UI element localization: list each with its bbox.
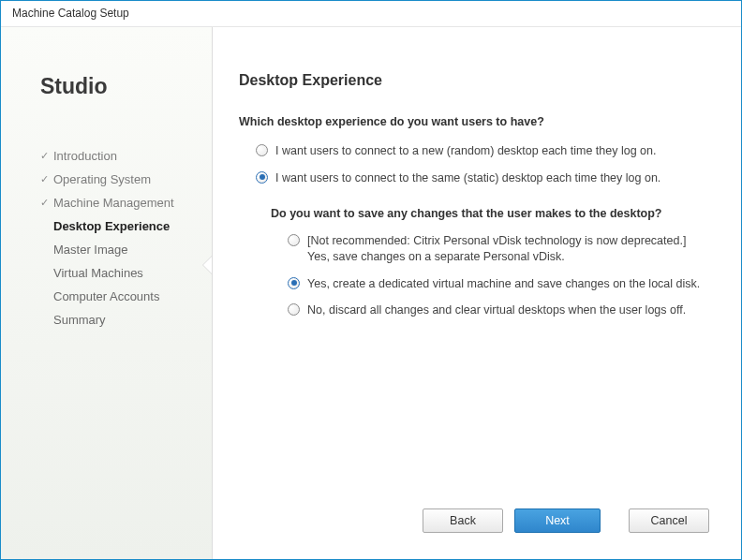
next-button[interactable]: Next: [514, 508, 601, 533]
step-operating-system[interactable]: ✓ Operating System: [40, 168, 212, 191]
step-master-image[interactable]: Master Image: [40, 238, 212, 261]
step-summary[interactable]: Summary: [40, 308, 212, 332]
wizard-window: Machine Catalog Setup Studio ✓ Introduct…: [0, 0, 742, 560]
radio-random-desktop[interactable]: I want users to connect to a new (random…: [239, 140, 709, 167]
step-label: Computer Accounts: [53, 289, 159, 303]
step-machine-management[interactable]: ✓ Machine Management: [40, 191, 212, 214]
step-virtual-machines[interactable]: Virtual Machines: [40, 261, 212, 285]
radio-icon: [256, 144, 268, 156]
page-heading: Desktop Experience: [239, 72, 709, 89]
step-label: Operating System: [53, 172, 151, 186]
step-desktop-experience[interactable]: Desktop Experience: [40, 214, 212, 238]
window-body: Studio ✓ Introduction ✓ Operating System…: [1, 27, 741, 559]
question-save-changes: Do you want to save any changes that the…: [271, 207, 709, 220]
step-label: Introduction: [53, 149, 117, 163]
step-label: Virtual Machines: [53, 266, 143, 280]
question-experience: Which desktop experience do you want use…: [239, 115, 709, 128]
radio-icon: [288, 303, 300, 316]
check-icon: ✓: [40, 173, 53, 185]
sidebar: Studio ✓ Introduction ✓ Operating System…: [1, 27, 212, 559]
check-icon: ✓: [40, 150, 53, 162]
content-panel: Desktop Experience Which desktop experie…: [212, 27, 741, 559]
radio-icon: [288, 277, 300, 289]
wizard-footer: Back Next Cancel: [239, 508, 709, 540]
radio-static-desktop[interactable]: I want users to connect to the same (sta…: [239, 167, 709, 194]
step-introduction[interactable]: ✓ Introduction: [40, 144, 212, 168]
radio-label: [Not recommended: Citrix Personal vDisk …: [307, 233, 701, 265]
radio-personal-vdisk[interactable]: [Not recommended: Citrix Personal vDisk …: [239, 229, 709, 273]
radio-discard-changes[interactable]: No, discard all changes and clear virtua…: [239, 299, 709, 326]
radio-icon: [288, 234, 300, 246]
step-label: Machine Management: [53, 196, 174, 210]
step-label: Summary: [53, 313, 106, 327]
radio-icon: [256, 171, 268, 184]
radio-dedicated-vm[interactable]: Yes, create a dedicated virtual machine …: [239, 273, 709, 300]
step-computer-accounts[interactable]: Computer Accounts: [40, 285, 212, 308]
radio-label: I want users to connect to the same (sta…: [275, 170, 660, 186]
window-title: Machine Catalog Setup: [1, 1, 741, 27]
step-label: Desktop Experience: [53, 219, 170, 233]
radio-label: I want users to connect to a new (random…: [275, 143, 656, 159]
brand-title: Studio: [40, 74, 212, 99]
step-label: Master Image: [53, 243, 127, 257]
check-icon: ✓: [40, 197, 53, 209]
cancel-button[interactable]: Cancel: [629, 508, 709, 533]
wizard-steps: ✓ Introduction ✓ Operating System ✓ Mach…: [40, 144, 212, 332]
radio-label: No, discard all changes and clear virtua…: [307, 302, 686, 318]
radio-label: Yes, create a dedicated virtual machine …: [307, 276, 700, 292]
back-button[interactable]: Back: [423, 508, 503, 533]
